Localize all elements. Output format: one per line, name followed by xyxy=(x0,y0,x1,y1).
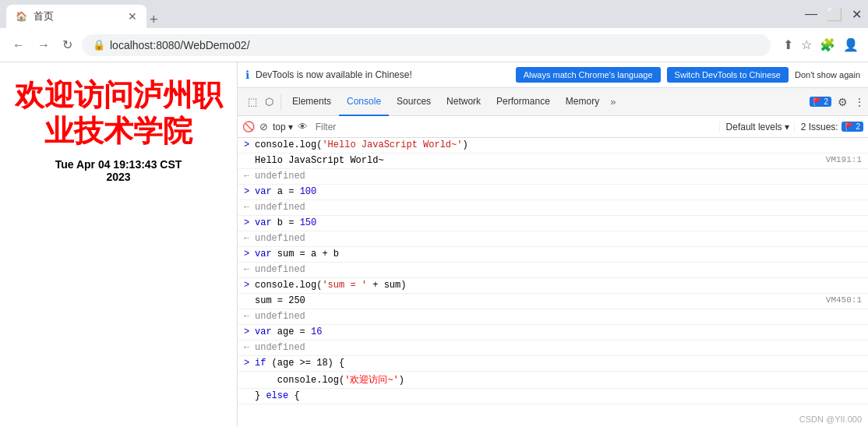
issues-badge: 🚩 2 xyxy=(810,97,831,107)
prompt: ← xyxy=(244,233,255,244)
console-content: var b = 150 xyxy=(255,217,862,228)
console-line[interactable]: > var a = 100 xyxy=(238,185,868,200)
reload-button[interactable]: ↻ xyxy=(59,34,76,55)
year-text: 2023 xyxy=(0,171,237,183)
new-tab-button[interactable]: + xyxy=(150,12,158,28)
console-line: console.log('欢迎访问~') xyxy=(238,372,868,389)
prompt: ← xyxy=(244,342,255,353)
page-datetime: Tue Apr 04 19:13:43 CST 2023 xyxy=(0,158,237,183)
console-content: undefined xyxy=(255,171,862,182)
console-line[interactable]: > if (age >= 18) { xyxy=(238,356,868,372)
prompt: > xyxy=(244,249,255,259)
console-line: ← undefined xyxy=(238,231,868,247)
url-bar[interactable]: 🔒 localhost:8080/WebDemo02/ xyxy=(82,34,771,56)
stop-icon[interactable]: ⊘ xyxy=(259,121,268,132)
browser-tab[interactable]: 🏠 首页 ✕ xyxy=(6,5,146,28)
issues-counter[interactable]: 2 Issues: 🚩 2 xyxy=(794,122,863,132)
console-content: undefined xyxy=(255,202,862,213)
devtools-panel: ℹ DevTools is now available in Chinese! … xyxy=(237,62,868,427)
minimize-button[interactable]: — xyxy=(805,7,817,22)
dismiss-link[interactable]: Don't show again xyxy=(795,70,860,79)
console-line: ← undefined xyxy=(238,169,868,185)
prompt: > xyxy=(244,217,255,228)
console-content: if (age >= 18) { xyxy=(255,358,862,369)
console-content: console.log('Hello JavaScript World~') xyxy=(255,139,862,150)
levels-label: Default levels xyxy=(726,122,782,132)
log-levels-selector[interactable]: Default levels ▾ xyxy=(719,122,789,132)
title-bar: 🏠 首页 ✕ + — ⬜ ✕ xyxy=(0,0,868,28)
datetime-text: Tue Apr 04 19:13:43 CST xyxy=(0,158,237,171)
settings-icon[interactable]: ⚙ xyxy=(838,96,848,108)
browser-window: 🏠 首页 ✕ + — ⬜ ✕ ← → ↻ 🔒 localhost:8080/We… xyxy=(0,0,868,427)
extension-icon[interactable]: 🧩 xyxy=(820,37,835,52)
console-content: console.log('sum = ' + sum) xyxy=(255,280,862,291)
prompt: ← xyxy=(244,171,255,182)
share-icon[interactable]: ⬆ xyxy=(783,37,793,52)
console-line[interactable]: > var age = 16 xyxy=(238,325,868,341)
console-content: undefined xyxy=(255,342,862,353)
context-label: top xyxy=(273,122,286,132)
devtools-right-icons: 🚩 2 ⚙ ⋮ xyxy=(810,96,865,108)
switch-devtools-button[interactable]: Switch DevTools to Chinese xyxy=(667,67,789,83)
context-selector[interactable]: top ▾ xyxy=(273,122,293,132)
console-line: ← undefined xyxy=(238,341,868,356)
console-content: sum = 250 xyxy=(255,295,826,306)
heading-line1: 欢迎访问泸州职 xyxy=(8,78,229,114)
console-line: } else { xyxy=(238,389,868,404)
more-options-icon[interactable]: ⋮ xyxy=(854,96,865,108)
bookmark-icon[interactable]: ☆ xyxy=(801,37,812,52)
page-heading: 欢迎访问泸州职 业技术学院 xyxy=(0,62,237,149)
address-actions: ⬆ ☆ 🧩 👤 xyxy=(783,37,859,52)
prompt: ← xyxy=(244,311,255,322)
levels-dropdown-icon: ▾ xyxy=(785,122,789,132)
console-content: var a = 100 xyxy=(255,186,862,197)
prompt: > xyxy=(244,186,255,197)
prompt: > xyxy=(244,358,255,369)
forward-button[interactable]: → xyxy=(34,35,53,55)
prompt: > xyxy=(244,139,255,150)
prompt: ← xyxy=(244,264,255,275)
console-toolbar: 🚫 ⊘ top ▾ 👁 Default levels ▾ 2 Issues: 🚩… xyxy=(238,116,868,138)
console-line[interactable]: > console.log('Hello JavaScript World~') xyxy=(238,138,868,154)
clear-console-icon[interactable]: 🚫 xyxy=(242,121,255,132)
match-language-button[interactable]: Always match Chrome's language xyxy=(516,67,661,83)
issues-label: 2 Issues: xyxy=(801,122,838,132)
tab-memory[interactable]: Memory xyxy=(558,88,607,116)
console-line: ← undefined xyxy=(238,309,868,325)
source-link[interactable]: VM191:1 xyxy=(826,155,862,164)
tab-console[interactable]: Console xyxy=(339,88,389,116)
devtools-notification: ℹ DevTools is now available in Chinese! … xyxy=(238,62,868,88)
restore-button[interactable]: ⬜ xyxy=(827,7,842,22)
address-bar: ← → ↻ 🔒 localhost:8080/WebDemo02/ ⬆ ☆ 🧩 … xyxy=(0,28,868,62)
console-filter-input[interactable] xyxy=(312,122,715,132)
tab-network[interactable]: Network xyxy=(439,88,489,116)
console-output: > console.log('Hello JavaScript World~')… xyxy=(238,138,868,427)
console-content: undefined xyxy=(255,264,862,275)
more-tabs-button[interactable]: » xyxy=(610,96,616,108)
main-area: 欢迎访问泸州职 业技术学院 Tue Apr 04 19:13:43 CST 20… xyxy=(0,62,868,427)
source-link[interactable]: VM450:1 xyxy=(826,295,862,305)
back-button[interactable]: ← xyxy=(9,35,28,55)
tab-elements[interactable]: Elements xyxy=(284,88,339,116)
secure-icon: 🔒 xyxy=(93,39,105,51)
console-line: sum = 250 VM450:1 xyxy=(238,294,868,309)
console-content: var age = 16 xyxy=(255,326,862,337)
tab-performance[interactable]: Performance xyxy=(489,88,558,116)
watermark: CSDN @YII.000 xyxy=(799,415,862,424)
eye-icon[interactable]: 👁 xyxy=(298,121,308,132)
console-content: undefined xyxy=(255,233,862,244)
device-toggle-icon[interactable]: ⬡ xyxy=(263,94,276,110)
console-content: console.log('欢迎访问~') xyxy=(255,373,862,386)
console-line: ← undefined xyxy=(238,263,868,278)
console-line[interactable]: > console.log('sum = ' + sum) xyxy=(238,278,868,294)
page-content: 欢迎访问泸州职 业技术学院 Tue Apr 04 19:13:43 CST 20… xyxy=(0,62,237,427)
console-line[interactable]: > var sum = a + b xyxy=(238,247,868,263)
tab-sources[interactable]: Sources xyxy=(389,88,439,116)
tab-close-button[interactable]: ✕ xyxy=(128,10,137,23)
prompt: > xyxy=(244,280,255,291)
profile-icon[interactable]: 👤 xyxy=(843,37,859,52)
close-button[interactable]: ✕ xyxy=(852,7,862,22)
console-line[interactable]: > var b = 150 xyxy=(238,216,868,231)
window-controls: — ⬜ ✕ xyxy=(805,7,862,22)
element-picker-icon[interactable]: ⬚ xyxy=(245,94,259,110)
